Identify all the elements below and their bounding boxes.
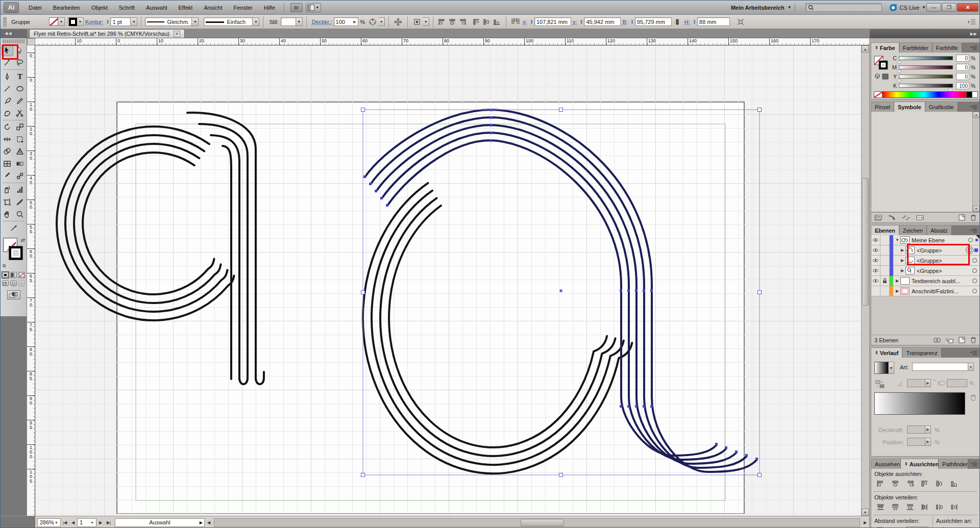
expand-arrow-icon[interactable]: ▶ — [894, 279, 900, 283]
tab-farbfelder[interactable]: Farbfelder — [899, 43, 933, 53]
color-spectrum-bar[interactable] — [874, 91, 978, 98]
horizontal-scrollbar[interactable] — [214, 518, 860, 527]
layer-row-anschnitt[interactable]: ▶ Anschnitt/Falzlini... — [871, 286, 979, 296]
channel-c-slider[interactable] — [899, 56, 953, 60]
color-mode-button[interactable] — [2, 272, 9, 278]
scroll-left-icon[interactable]: ◀ — [205, 518, 213, 527]
kontur-link[interactable]: Kontur: — [85, 19, 103, 25]
layer-row-meine-ebene[interactable]: ▼ Meine Ebene — [871, 235, 979, 245]
panel-scrollbar[interactable]: ▲ ▼ — [972, 112, 979, 212]
tab-transparenz[interactable]: Transparenz — [902, 348, 941, 358]
tab-absatz[interactable]: Absatz — [927, 225, 952, 235]
magic-wand-tool[interactable] — [2, 57, 13, 68]
lock-toggle[interactable] — [880, 256, 890, 266]
tab-farbhilfe[interactable]: Farbhilfe — [933, 43, 962, 53]
draw-inside-button[interactable] — [18, 280, 25, 286]
x-link[interactable]: x: — [523, 19, 527, 25]
chevron-down-icon[interactable]: ▼ — [192, 17, 199, 26]
eye-icon[interactable] — [871, 235, 880, 245]
chevron-down-icon[interactable]: ▼ — [296, 17, 303, 26]
close-button[interactable]: ✕ — [957, 3, 978, 12]
zoom-level-select[interactable]: 286%▼ — [37, 518, 61, 527]
width-tool[interactable] — [2, 134, 13, 145]
eye-icon[interactable] — [871, 276, 880, 286]
stroke-weight-value[interactable]: 1 pt — [110, 17, 131, 26]
align-left-button[interactable] — [875, 479, 886, 488]
height-value[interactable]: 88 mm — [697, 17, 730, 26]
align-top-button[interactable] — [472, 17, 482, 27]
expand-arrow-icon[interactable]: ▶ — [894, 289, 900, 293]
restore-button[interactable]: ❐ — [942, 3, 957, 12]
target-circle[interactable] — [972, 279, 977, 283]
h-stepper[interactable]: ▲▼ — [692, 17, 697, 26]
page-number-select[interactable]: 1▼ — [77, 518, 96, 527]
previous-page-button[interactable]: ◀ — [69, 518, 77, 527]
align-vcenter-button[interactable] — [482, 17, 492, 27]
tab-ausrichten[interactable]: ⇕Ausrichten — [901, 459, 939, 469]
place-symbol-icon[interactable] — [888, 215, 896, 221]
make-clipping-mask-icon[interactable] — [934, 337, 941, 343]
perspective-grid-tool[interactable] — [14, 146, 26, 157]
y-link[interactable]: y: — [573, 19, 577, 25]
x-value[interactable]: 107,821 mm — [534, 17, 571, 26]
knife-tool[interactable] — [8, 222, 19, 234]
draw-behind-button[interactable] — [10, 280, 17, 286]
blend-tool[interactable] — [14, 170, 26, 182]
delete-stop-icon[interactable] — [970, 394, 976, 401]
menu-item[interactable]: Datei — [23, 1, 47, 15]
artboard-tool[interactable] — [2, 196, 13, 208]
canvas-artwork[interactable] — [35, 45, 861, 516]
align-bottom-button[interactable] — [492, 17, 502, 27]
gradient-editor-bar[interactable] — [874, 392, 965, 415]
expand-arrow-icon[interactable]: ▶ — [899, 258, 905, 263]
horizontal-scroll-thumb[interactable] — [521, 519, 564, 526]
vertical-ruler[interactable]: 001020304050556065707580859095100105 — [27, 45, 35, 516]
lock-toggle[interactable] — [880, 266, 890, 276]
reverse-gradient-icon[interactable] — [875, 380, 885, 388]
menu-item[interactable]: Bearbeiten — [47, 1, 86, 15]
scale-tool[interactable] — [14, 121, 26, 133]
panel-options-icon[interactable] — [966, 17, 977, 27]
tab-pinsel[interactable]: Pinsel — [871, 102, 894, 112]
opacity-value[interactable]: 100▶ — [334, 17, 358, 26]
align-top-button[interactable] — [920, 479, 930, 488]
tab-aussehen[interactable]: Aussehen — [871, 459, 901, 469]
workspace-switcher[interactable]: Mein Arbeitsbereich▼ — [731, 5, 792, 11]
y-value[interactable]: 45,942 mm — [584, 17, 621, 26]
menu-item[interactable]: Objekt — [86, 1, 113, 15]
distribute-bottom-button[interactable] — [905, 502, 915, 512]
panel-menu-icon[interactable] — [968, 102, 979, 112]
delete-layer-icon[interactable] — [970, 337, 976, 343]
channel-k-value[interactable]: 100 — [956, 82, 969, 89]
expand-arrow-icon[interactable]: ▶ — [899, 248, 905, 253]
x-stepper[interactable]: ▲▼ — [529, 17, 534, 26]
channel-m-value[interactable]: 0 — [956, 64, 969, 71]
next-page-button[interactable]: ▶ — [96, 518, 105, 527]
layer-row-gruppe-1[interactable]: ▶ <Gruppe> — [871, 245, 979, 256]
tab-farbe[interactable]: ⇕Farbe — [871, 43, 899, 53]
panel-menu-icon[interactable] — [968, 459, 979, 469]
chevron-down-icon[interactable]: ▼ — [131, 17, 137, 26]
channel-c-value[interactable]: 0 — [956, 55, 969, 62]
target-circle[interactable] — [972, 268, 977, 273]
stroke-weight-stepper[interactable]: ▲▼ — [105, 17, 110, 26]
align-right-button[interactable] — [905, 479, 915, 488]
tab-pathfinder[interactable]: Pathfinder — [939, 459, 968, 469]
blob-brush-tool[interactable] — [2, 108, 13, 119]
eyedropper-tool[interactable] — [2, 170, 13, 182]
tab-symbole[interactable]: Symbole — [894, 102, 925, 112]
y-stepper[interactable]: ▲▼ — [578, 17, 584, 26]
collapse-dock-button[interactable]: ▶▶ — [870, 29, 980, 38]
menu-item[interactable]: Schrift — [113, 1, 140, 15]
distribute-top-button[interactable] — [875, 502, 886, 512]
tab-verlauf[interactable]: ⇕Verlauf — [871, 348, 902, 358]
target-circle[interactable] — [968, 238, 973, 242]
horizontal-ruler[interactable]: 1001020304050607080901001101201301401501… — [35, 38, 869, 45]
layer-name[interactable]: <Gruppe> — [917, 258, 972, 264]
menu-item[interactable]: Fenster — [228, 1, 258, 15]
arrange-documents-button[interactable]: ▼ — [306, 3, 321, 12]
bridge-button[interactable]: Br — [290, 3, 303, 12]
gradient-tool[interactable] — [14, 158, 26, 169]
gradient-mode-button[interactable] — [10, 272, 17, 278]
align-left-button[interactable] — [437, 17, 447, 27]
